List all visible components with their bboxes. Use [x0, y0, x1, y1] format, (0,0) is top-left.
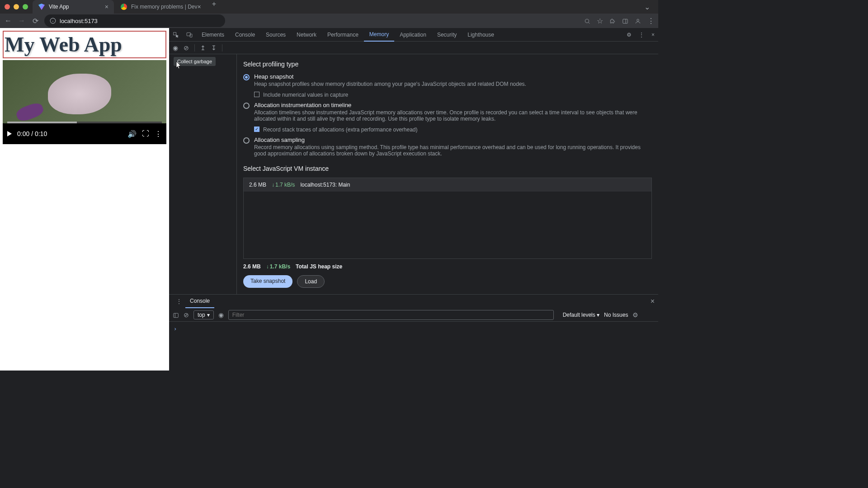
volume-icon[interactable]: 🔊	[127, 130, 137, 138]
device-toggle-icon[interactable]	[183, 31, 196, 38]
vm-instance-list: 2.6 MB 1.7 kB/s localhost:5173: Main	[243, 178, 652, 259]
drawer-tab-console[interactable]: Console	[185, 295, 214, 308]
mouse-cursor-icon	[175, 61, 183, 70]
tab-elements[interactable]: Elements	[196, 28, 230, 42]
tab-memory[interactable]: Memory	[364, 28, 394, 42]
fullscreen-icon[interactable]: ⛶	[142, 130, 149, 138]
page-viewport: My Web App 0:00 / 0:10 🔊 ⛶ ⋮	[0, 28, 169, 371]
close-window-button[interactable]	[5, 4, 10, 9]
checkbox-record-stack-traces[interactable]	[254, 127, 259, 132]
sidepanel-icon[interactable]	[622, 17, 628, 25]
tab-lighthouse[interactable]: Lighthouse	[462, 28, 500, 42]
tab-console[interactable]: Console	[230, 28, 260, 42]
vm-instance-heading: Select JavaScript VM instance	[243, 165, 652, 172]
live-expression-icon[interactable]: ◉	[218, 311, 224, 319]
option-allocation-sampling[interactable]: Allocation sampling Record memory alloca…	[243, 136, 652, 157]
console-output[interactable]: ›	[169, 322, 658, 371]
extensions-icon[interactable]	[609, 17, 616, 25]
option-allocation-timeline[interactable]: Allocation instrumentation on timeline A…	[243, 102, 652, 133]
minimize-window-button[interactable]	[14, 4, 19, 9]
console-settings-icon[interactable]: ⚙	[632, 311, 638, 319]
context-selector[interactable]: top ▾	[193, 310, 214, 319]
record-icon[interactable]: ◉	[173, 44, 178, 52]
svg-rect-11	[174, 313, 179, 317]
radio-allocation-timeline[interactable]	[243, 103, 250, 109]
summary-size: 2.6 MB	[243, 263, 261, 270]
checkbox-include-numerical[interactable]	[254, 92, 259, 97]
address-bar: ← → ⟳ localhost:5173 ☆ ⋮	[0, 14, 658, 28]
option-label: Allocation instrumentation on timeline	[254, 102, 652, 108]
devtools-panel: Elements Console Sources Network Perform…	[169, 28, 658, 371]
info-icon	[50, 18, 56, 24]
zoom-icon[interactable]	[584, 17, 590, 25]
maximize-window-button[interactable]	[23, 4, 28, 9]
tab-performance[interactable]: Performance	[322, 28, 364, 42]
url-input[interactable]: localhost:5173	[44, 14, 225, 27]
close-tab-icon[interactable]: ×	[105, 3, 108, 10]
memory-toolbar: ◉ ⊘ ↥ ↧	[169, 42, 658, 54]
heap-summary: 2.6 MB 1.7 kB/s Total JS heap size	[243, 263, 652, 270]
option-heap-snapshot[interactable]: Heap snapshot Heap snapshot profiles sho…	[243, 73, 652, 98]
svg-rect-10	[190, 34, 192, 37]
svg-rect-8	[174, 33, 176, 35]
devtools-tabs: Elements Console Sources Network Perform…	[169, 28, 658, 42]
summary-rate: 1.7 kB/s	[266, 263, 290, 270]
load-button[interactable]: Load	[297, 275, 325, 288]
menu-icon[interactable]: ⋮	[647, 17, 655, 25]
browser-tab[interactable]: Fix memory problems | Dev ×	[115, 0, 207, 14]
log-levels-selector[interactable]: Default levels ▾	[563, 312, 599, 318]
forward-button[interactable]: →	[17, 17, 26, 25]
upload-icon[interactable]: ↥	[200, 44, 206, 52]
chrome-favicon-icon	[120, 3, 127, 10]
svg-rect-5	[623, 19, 628, 23]
settings-icon[interactable]: ⚙	[623, 32, 635, 38]
video-frame	[3, 60, 166, 123]
bookmark-icon[interactable]: ☆	[597, 17, 603, 25]
tab-title: Fix memory problems | Dev	[131, 4, 197, 10]
option-label: Heap snapshot	[254, 73, 652, 80]
radio-allocation-sampling[interactable]	[243, 137, 250, 144]
console-drawer: ⋮ Console × ⊘ top ▾ ◉	[169, 294, 658, 371]
vite-favicon-icon	[38, 3, 45, 10]
back-button[interactable]: ←	[4, 17, 13, 25]
close-tab-icon[interactable]: ×	[197, 3, 201, 10]
option-desc: Heap snapshot profiles show memory distr…	[254, 81, 652, 87]
console-filter-input[interactable]	[228, 310, 554, 320]
console-clear-icon[interactable]: ⊘	[184, 311, 189, 319]
url-text: localhost:5173	[60, 18, 98, 24]
tab-network[interactable]: Network	[291, 28, 322, 42]
tab-application[interactable]: Application	[394, 28, 432, 42]
video-progress-bar[interactable]	[7, 122, 162, 123]
play-button[interactable]	[7, 131, 12, 136]
browser-tab-active[interactable]: Vite App ×	[33, 0, 114, 14]
devtools-close-icon[interactable]: ×	[648, 32, 658, 38]
tab-dropdown-icon[interactable]: ⌄	[641, 3, 654, 11]
vm-instance-row[interactable]: 2.6 MB 1.7 kB/s localhost:5173: Main	[244, 178, 651, 192]
console-sidebar-icon[interactable]	[173, 311, 179, 318]
profiles-sidebar: Collect garbage	[169, 54, 237, 294]
video-more-icon[interactable]: ⋮	[155, 130, 162, 138]
inspect-icon[interactable]	[169, 31, 183, 38]
devtools-menu-icon[interactable]: ⋮	[635, 32, 648, 38]
page-heading: My Web App	[5, 33, 165, 56]
svg-line-4	[588, 22, 590, 23]
radio-heap-snapshot[interactable]	[243, 74, 250, 80]
new-tab-button[interactable]: +	[208, 0, 221, 14]
sub-option-label: Include numerical values in capture	[263, 92, 348, 98]
tab-sources[interactable]: Sources	[260, 28, 291, 42]
chevron-down-icon: ▾	[207, 312, 210, 318]
console-menu-icon[interactable]: ⋮	[173, 298, 185, 305]
tab-title: Vite App	[49, 4, 69, 10]
take-snapshot-button[interactable]: Take snapshot	[243, 275, 292, 288]
window-titlebar: Vite App × Fix memory problems | Dev × +…	[0, 0, 658, 14]
video-player[interactable]: 0:00 / 0:10 🔊 ⛶ ⋮	[3, 60, 166, 144]
profile-icon[interactable]	[635, 17, 641, 25]
download-icon[interactable]: ↧	[211, 44, 217, 52]
clear-icon[interactable]: ⊘	[184, 44, 189, 52]
issues-label: No Issues	[604, 312, 628, 318]
summary-label: Total JS heap size	[296, 263, 342, 270]
drawer-close-icon[interactable]: ×	[651, 297, 655, 305]
traffic-lights	[5, 4, 28, 9]
reload-button[interactable]: ⟳	[31, 17, 40, 25]
tab-security[interactable]: Security	[432, 28, 462, 42]
